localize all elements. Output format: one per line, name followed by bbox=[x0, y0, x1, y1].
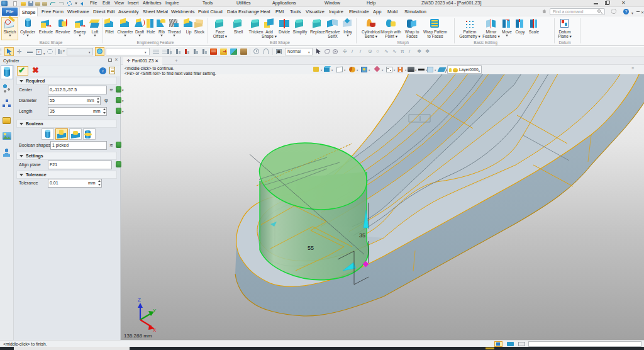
svg-text:Z: Z bbox=[138, 297, 141, 303]
svg-text:X: X bbox=[153, 327, 157, 333]
svg-text:35: 35 bbox=[359, 232, 365, 239]
svg-text:135.288 mm: 135.288 mm bbox=[124, 333, 152, 339]
svg-text:55: 55 bbox=[308, 245, 314, 251]
svg-text:Y: Y bbox=[153, 308, 157, 313]
